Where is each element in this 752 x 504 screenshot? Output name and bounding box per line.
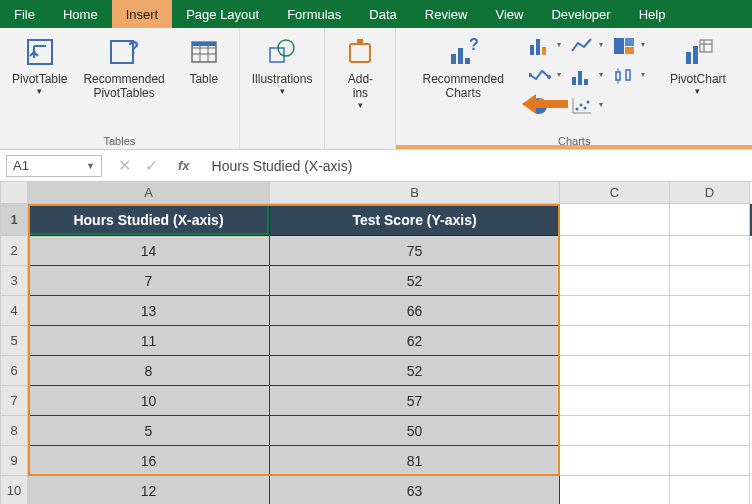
histogram-chart-icon[interactable]: ▾	[566, 64, 598, 88]
enter-formula-icon[interactable]: ✓	[145, 156, 158, 175]
cell[interactable]: 81	[270, 446, 560, 476]
table-button[interactable]: Table	[179, 34, 229, 88]
row-header[interactable]: 7	[0, 386, 28, 416]
row-header[interactable]: 2	[0, 236, 28, 266]
addins-icon	[344, 36, 376, 68]
cell[interactable]	[560, 266, 670, 296]
col-header-a[interactable]: A	[28, 182, 270, 204]
cell[interactable]: 8	[28, 356, 270, 386]
cell[interactable]: 63	[270, 476, 560, 504]
row-header[interactable]: 1	[0, 204, 28, 236]
col-header-b[interactable]: B	[270, 182, 560, 204]
line-chart-icon[interactable]: ▾	[566, 34, 598, 58]
cell[interactable]	[670, 326, 750, 356]
svg-rect-12	[357, 39, 363, 45]
addins-button[interactable]: Add- ins ▾	[335, 34, 385, 112]
menu-home[interactable]: Home	[49, 0, 112, 28]
cell-a1[interactable]: Hours Studied (X-axis)	[28, 204, 270, 236]
menu-bar: File Home Insert Page Layout Formulas Da…	[0, 0, 752, 28]
menu-insert[interactable]: Insert	[112, 0, 173, 28]
cell[interactable]: 14	[28, 236, 270, 266]
scatter-chart-icon[interactable]: ▾	[566, 94, 598, 118]
menu-formulas[interactable]: Formulas	[273, 0, 355, 28]
cell[interactable]	[670, 416, 750, 446]
treemap-chart-icon[interactable]: ▾	[608, 34, 640, 58]
cell[interactable]: 5	[28, 416, 270, 446]
col-header-c[interactable]: C	[560, 182, 670, 204]
cell[interactable]	[560, 416, 670, 446]
cell[interactable]	[670, 236, 750, 266]
cell[interactable]: 52	[270, 356, 560, 386]
area-chart-icon[interactable]: ▾	[524, 64, 556, 88]
cell[interactable]: 75	[270, 236, 560, 266]
recommended-pivottables-button[interactable]: ? Recommended PivotTables	[81, 34, 166, 102]
table-icon	[188, 36, 220, 68]
cell[interactable]	[670, 386, 750, 416]
cell[interactable]: 13	[28, 296, 270, 326]
recommended-charts-icon: ?	[447, 36, 479, 68]
cell[interactable]: 57	[270, 386, 560, 416]
cell[interactable]	[670, 296, 750, 326]
cell-d1[interactable]	[670, 204, 750, 236]
svg-rect-22	[625, 47, 634, 54]
column-chart-icon[interactable]: ▾	[524, 34, 556, 58]
cell[interactable]: 62	[270, 326, 560, 356]
cell[interactable]	[670, 266, 750, 296]
recommended-charts-button[interactable]: ? Recommended Charts	[421, 34, 506, 102]
row-header[interactable]: 6	[0, 356, 28, 386]
cell[interactable]: 52	[270, 266, 560, 296]
col-header-d[interactable]: D	[670, 182, 750, 204]
menu-review[interactable]: Review	[411, 0, 482, 28]
cell[interactable]: 50	[270, 416, 560, 446]
boxwhisker-chart-icon[interactable]: ▾	[608, 64, 640, 88]
row-header[interactable]: 9	[0, 446, 28, 476]
cell[interactable]	[560, 326, 670, 356]
row-header[interactable]: 10	[0, 476, 28, 504]
cell[interactable]: 7	[28, 266, 270, 296]
row-header[interactable]: 4	[0, 296, 28, 326]
cell[interactable]: 66	[270, 296, 560, 326]
ribbon-group-addins: Add- ins ▾	[325, 28, 396, 149]
svg-rect-28	[616, 72, 620, 80]
illustrations-label: Illustrations	[252, 72, 313, 86]
pivottable-label: PivotTable	[12, 72, 67, 86]
chevron-down-icon: ▾	[695, 86, 700, 96]
svg-rect-8	[192, 42, 216, 46]
menu-pagelayout[interactable]: Page Layout	[172, 0, 273, 28]
menu-view[interactable]: View	[481, 0, 537, 28]
shapes-icon	[266, 36, 298, 68]
fx-icon[interactable]: fx	[172, 158, 196, 173]
cell-c1[interactable]	[560, 204, 670, 236]
cell[interactable]	[670, 356, 750, 386]
row-header[interactable]: 3	[0, 266, 28, 296]
cell[interactable]: 11	[28, 326, 270, 356]
ribbon: PivotTable ▾ ? Recommended PivotTables T…	[0, 28, 752, 150]
row-header[interactable]: 5	[0, 326, 28, 356]
cancel-formula-icon[interactable]: ✕	[118, 156, 131, 175]
cell[interactable]	[560, 446, 670, 476]
pivottable-button[interactable]: PivotTable ▾	[10, 34, 69, 98]
pivottable-icon	[24, 36, 56, 68]
cell[interactable]	[560, 476, 670, 504]
cell[interactable]	[560, 386, 670, 416]
row-header[interactable]: 8	[0, 416, 28, 446]
cell[interactable]	[560, 296, 670, 326]
select-all-cell[interactable]	[0, 182, 28, 204]
cell[interactable]	[560, 236, 670, 266]
cell[interactable]: 10	[28, 386, 270, 416]
cell[interactable]	[560, 356, 670, 386]
cell[interactable]	[670, 446, 750, 476]
cell-b1[interactable]: Test Score (Y-axis)	[270, 204, 560, 236]
formula-input[interactable]: Hours Studied (X-axis)	[206, 158, 752, 174]
menu-file[interactable]: File	[0, 0, 49, 28]
cell[interactable]: 12	[28, 476, 270, 504]
cell[interactable]	[670, 476, 750, 504]
menu-data[interactable]: Data	[355, 0, 410, 28]
annotation-arrow-icon	[522, 92, 570, 116]
cell[interactable]: 16	[28, 446, 270, 476]
pivotchart-button[interactable]: PivotChart ▾	[668, 34, 728, 98]
name-box[interactable]: A1 ▼	[6, 155, 102, 177]
illustrations-button[interactable]: Illustrations ▾	[250, 34, 315, 98]
menu-help[interactable]: Help	[625, 0, 680, 28]
menu-developer[interactable]: Developer	[537, 0, 624, 28]
